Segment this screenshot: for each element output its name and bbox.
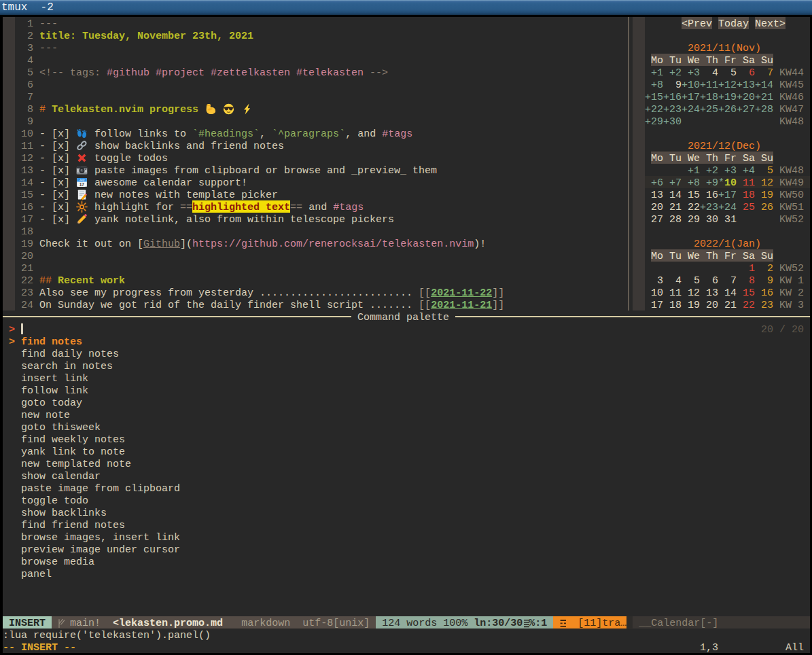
svg-text:July: July bbox=[79, 178, 86, 181]
svg-text:17: 17 bbox=[80, 182, 85, 187]
